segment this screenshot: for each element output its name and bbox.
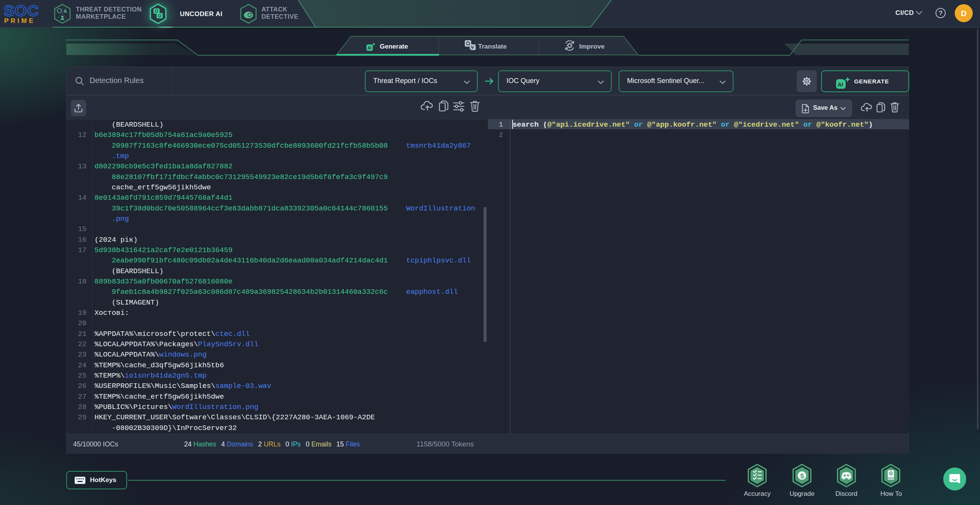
svg-text:AI: AI [368, 46, 371, 50]
svg-text:PRIME: PRIME [4, 17, 35, 24]
svg-text:&: & [64, 8, 67, 14]
svg-text:AI: AI [838, 81, 843, 88]
svg-text:$: $ [800, 472, 804, 480]
svg-text:?: ? [939, 10, 943, 16]
